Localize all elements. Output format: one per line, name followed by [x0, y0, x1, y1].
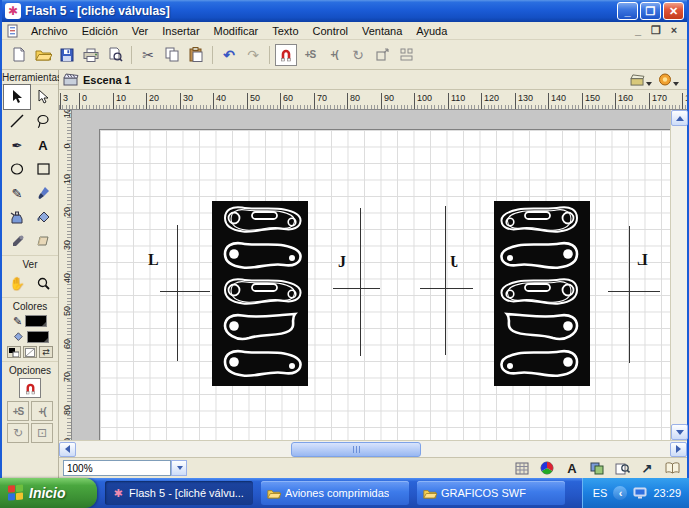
ink-bottle-tool[interactable] — [4, 205, 30, 229]
swap-colors-button[interactable]: ⇄ — [39, 346, 53, 358]
scale-option-button[interactable]: ⊡ — [31, 423, 53, 443]
no-color-button[interactable] — [23, 346, 37, 358]
menu-texto[interactable]: Texto — [265, 23, 305, 39]
close-button[interactable]: ✕ — [663, 2, 684, 20]
redo-button[interactable]: ↷ — [242, 44, 264, 66]
valve-plate-left[interactable] — [212, 201, 308, 386]
edit-symbols-button[interactable] — [658, 73, 679, 86]
registration-line[interactable] — [160, 291, 210, 292]
minimize-button[interactable]: _ — [617, 2, 638, 20]
scroll-left-button[interactable] — [59, 442, 76, 457]
menu-edicion[interactable]: Edición — [75, 23, 125, 39]
color-mixer-icon[interactable] — [538, 460, 556, 476]
oval-tool[interactable] — [4, 157, 30, 181]
menu-modificar[interactable]: Modificar — [207, 23, 266, 39]
print-button[interactable] — [80, 44, 102, 66]
menu-archivo[interactable]: Archivo — [24, 23, 75, 39]
rectangle-tool[interactable] — [30, 157, 56, 181]
taskbar-item-aviones[interactable]: Aviones comprimidas — [261, 481, 409, 505]
instance-panel-icon[interactable] — [588, 460, 606, 476]
hand-tool[interactable]: ✋ — [4, 271, 30, 295]
scroll-right-button[interactable] — [670, 442, 687, 457]
registration-letter[interactable]: J — [450, 254, 458, 270]
stage[interactable]: L — [99, 129, 670, 440]
registration-line[interactable] — [445, 206, 446, 355]
menu-ventana[interactable]: Ventana — [355, 23, 409, 39]
info-panel-icon[interactable] — [513, 460, 531, 476]
menu-insertar[interactable]: Insertar — [155, 23, 206, 39]
default-colors-button[interactable] — [7, 346, 21, 358]
open-folder-button[interactable] — [32, 44, 54, 66]
print-preview-button[interactable] — [104, 44, 126, 66]
edit-scene-button[interactable] — [630, 74, 652, 86]
flash-app-icon[interactable]: ✱ — [5, 3, 21, 19]
actions-panel-icon[interactable]: ↗ — [638, 460, 656, 476]
menu-control[interactable]: Control — [306, 23, 355, 39]
zoom-tool[interactable] — [30, 271, 56, 295]
registration-line[interactable] — [420, 288, 473, 289]
fill-color-swatch[interactable] — [27, 331, 49, 343]
registration-letter[interactable]: J — [338, 254, 346, 270]
save-floppy-button[interactable] — [56, 44, 78, 66]
restore-button[interactable]: ❐ — [640, 2, 661, 20]
pencil-tool[interactable]: ✎ — [4, 181, 30, 205]
document-icon[interactable] — [6, 24, 20, 38]
mdi-close-button[interactable]: × — [667, 24, 681, 37]
registration-line[interactable] — [608, 291, 660, 292]
menu-ayuda[interactable]: Ayuda — [409, 23, 454, 39]
paste-clipboard-button[interactable] — [185, 44, 207, 66]
taskbar-item-graficos[interactable]: GRAFICOS SWF — [417, 481, 565, 505]
straighten-option-button[interactable]: +( — [31, 401, 53, 421]
rotate-button[interactable]: ↻ — [347, 44, 369, 66]
cut-scissors-button[interactable]: ✂ — [137, 44, 159, 66]
smooth-option-button[interactable]: +S — [7, 401, 29, 421]
subselect-tool[interactable] — [30, 85, 56, 109]
arrow-tool[interactable] — [4, 85, 30, 109]
mdi-minimize-button[interactable]: _ — [631, 24, 645, 37]
copy-button[interactable] — [161, 44, 183, 66]
brush-tool[interactable] — [30, 181, 56, 205]
scroll-down-button[interactable] — [671, 424, 688, 440]
new-document-button[interactable] — [8, 44, 30, 66]
rotate-option-button[interactable]: ↻ — [7, 423, 29, 443]
snap-magnet-button[interactable] — [275, 44, 297, 66]
language-indicator[interactable]: ES — [593, 487, 608, 499]
lasso-tool[interactable] — [30, 109, 56, 133]
character-panel-icon[interactable]: A — [563, 460, 581, 476]
line-tool[interactable] — [4, 109, 30, 133]
eraser-tool[interactable] — [30, 229, 56, 253]
clock[interactable]: 23:29 — [653, 487, 681, 499]
zoom-dropdown-button[interactable] — [171, 460, 187, 476]
snap-option-magnet-button[interactable] — [19, 378, 41, 398]
vertical-scrollbar[interactable] — [670, 110, 687, 440]
scrollbar-thumb[interactable] — [291, 442, 421, 457]
tray-chevron-icon[interactable]: ‹ — [613, 486, 627, 500]
start-button[interactable]: Inicio — [0, 478, 97, 508]
tray-monitor-icon[interactable] — [633, 487, 647, 499]
eyedropper-tool[interactable] — [4, 229, 30, 253]
straighten-button[interactable]: +( — [323, 44, 345, 66]
pasteboard[interactable]: L — [72, 110, 670, 440]
registration-line[interactable] — [177, 225, 178, 361]
horizontal-scrollbar[interactable] — [59, 440, 687, 457]
paint-bucket-tool[interactable] — [30, 205, 56, 229]
stroke-color-swatch[interactable] — [25, 315, 47, 327]
align-button[interactable] — [395, 44, 417, 66]
taskbar-item-flash[interactable]: ✱ Flash 5 - [cliché válvu... — [105, 481, 253, 505]
mdi-restore-button[interactable]: ❐ — [649, 24, 663, 37]
library-book-icon[interactable] — [663, 460, 681, 476]
valve-plate-right[interactable] — [494, 201, 590, 386]
scale-button[interactable] — [371, 44, 393, 66]
registration-line[interactable] — [333, 288, 380, 289]
menu-ver[interactable]: Ver — [125, 23, 156, 39]
text-tool[interactable]: A — [30, 133, 56, 157]
scroll-up-button[interactable] — [671, 110, 688, 126]
zoom-input[interactable] — [63, 460, 171, 476]
scrollbar-track[interactable] — [76, 442, 670, 457]
registration-line[interactable] — [360, 208, 361, 356]
movie-explorer-icon[interactable] — [613, 460, 631, 476]
pen-tool[interactable]: ✒ — [4, 133, 30, 157]
smooth-button[interactable]: +S — [299, 44, 321, 66]
registration-letter[interactable]: L — [148, 252, 159, 268]
undo-button[interactable]: ↶ — [218, 44, 240, 66]
